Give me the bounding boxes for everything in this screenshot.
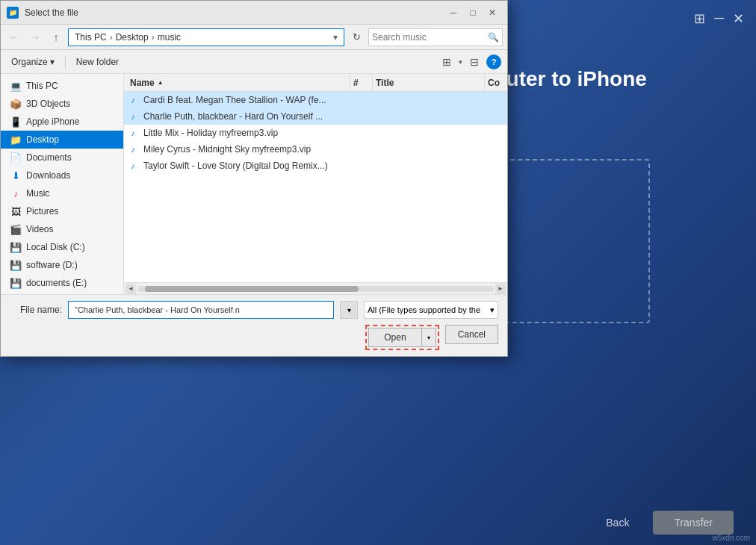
documents-icon: 📄 — [10, 152, 22, 164]
nav-item-software-d[interactable]: 💾 software (D:) — [1, 256, 123, 274]
column-name[interactable]: Name ▲ — [124, 74, 350, 91]
address-bar: ← → ↑ This PC › Desktop › music ▾ ↻ 🔍 — [1, 25, 507, 50]
transfer-button[interactable]: Transfer — [653, 511, 734, 535]
filename-dropdown-button[interactable]: ▾ — [340, 301, 358, 319]
close-icon[interactable]: ✕ — [733, 10, 744, 27]
filename-label: File name: — [10, 305, 62, 315]
scroll-left-button[interactable]: ◄ — [126, 284, 136, 294]
horizontal-scrollbar[interactable]: ◄ ► — [124, 282, 507, 294]
file-item-taylor-swift[interactable]: ♪ Taylor Swift - Love Story (Digital Dog… — [124, 158, 507, 174]
refresh-button[interactable]: ↻ — [347, 28, 365, 46]
files-header: Name ▲ # Title Co — [124, 74, 507, 92]
filetype-value: All (File types supported by the — [368, 305, 480, 314]
path-music: music — [158, 32, 181, 43]
new-folder-button[interactable]: New folder — [72, 55, 123, 69]
music-file-icon-1: ♪ — [126, 92, 140, 108]
open-dropdown-arrow: ▾ — [427, 334, 430, 341]
dialog-bottom: File name: "Charlie Puth, blackbear - Ha… — [1, 294, 507, 356]
nav-item-videos[interactable]: 🎬 Videos — [1, 220, 123, 238]
nav-label-pictures: Pictures — [26, 206, 58, 217]
nav-pane: 💻 This PC 📦 3D Objects 📱 Apple iPhone 📁 … — [1, 74, 124, 294]
nav-item-desktop[interactable]: 📁 Desktop — [1, 131, 123, 149]
column-co[interactable]: Co — [485, 74, 507, 91]
organize-dropdown-icon: ▾ — [50, 57, 55, 67]
local-disk-c-icon: 💾 — [10, 241, 22, 253]
path-sep-1: › — [110, 32, 113, 43]
nav-label-downloads: Downloads — [26, 170, 70, 181]
nav-label-documents-e: documents (E:) — [26, 278, 87, 288]
nav-label-desktop: Desktop — [26, 134, 59, 145]
help-button[interactable]: ? — [486, 54, 501, 69]
path-dropdown-arrow[interactable]: ▾ — [333, 32, 338, 43]
open-dropdown-button[interactable]: ▾ — [421, 328, 436, 347]
view-arrow: ▾ — [459, 58, 462, 66]
nav-item-downloads[interactable]: ⬇ Downloads — [1, 166, 123, 184]
filename-value: "Charlie Puth, blackbear - Hard On Yours… — [75, 305, 240, 314]
dialog-title: Select the file — [25, 7, 444, 18]
software-d-icon: 💾 — [10, 259, 22, 271]
dialog-toolbar: Organize ▾ New folder ⊞ ▾ ⊟ ? — [1, 50, 507, 74]
dialog-minimize-button[interactable]: ─ — [444, 4, 462, 22]
dialog-maximize-button[interactable]: □ — [464, 4, 482, 22]
filename-dropdown-arrow: ▾ — [347, 306, 351, 314]
file-item-cardi-b[interactable]: ♪ Cardi B feat. Megan Thee Stallion - WA… — [124, 92, 507, 108]
search-box[interactable]: 🔍 — [368, 28, 503, 46]
files-panel: Name ▲ # Title Co ♪ Cardi B feat. Megan … — [124, 74, 507, 294]
file-item-charlie-puth[interactable]: ♪ Charlie Puth, blackbear - Hard On Your… — [124, 108, 507, 125]
music-file-icon-4: ♪ — [126, 141, 140, 158]
column-title[interactable]: Title — [373, 74, 485, 91]
nav-item-this-pc[interactable]: 💻 This PC — [1, 77, 123, 95]
column-hash[interactable]: # — [350, 74, 373, 91]
pane-button[interactable]: ⊟ — [465, 53, 483, 71]
pc-icon: 💻 — [10, 80, 22, 92]
nav-label-music: Music — [26, 188, 49, 199]
nav-icons: ⊞ ─ ✕ — [694, 10, 744, 27]
filename-row: File name: "Charlie Puth, blackbear - Ha… — [10, 301, 498, 319]
grid-icon[interactable]: ⊞ — [694, 10, 705, 27]
music-file-icon-5: ♪ — [126, 158, 140, 174]
nav-item-music[interactable]: ♪ Music — [1, 184, 123, 202]
nav-label-local-disk-c: Local Disk (C:) — [26, 242, 85, 252]
pictures-icon: 🖼 — [10, 205, 22, 217]
filetype-dropdown-arrow: ▾ — [490, 305, 495, 315]
nav-item-local-disk-c[interactable]: 💾 Local Disk (C:) — [1, 238, 123, 256]
organize-button[interactable]: Organize ▾ — [7, 55, 59, 69]
nav-label-3d-objects: 3D Objects — [26, 99, 70, 109]
up-nav-button[interactable]: ↑ — [47, 28, 65, 46]
dialog-main: 💻 This PC 📦 3D Objects 📱 Apple iPhone 📁 … — [1, 74, 507, 294]
address-path[interactable]: This PC › Desktop › music ▾ — [68, 28, 344, 46]
nav-item-pictures[interactable]: 🖼 Pictures — [1, 202, 123, 220]
view-toggle-button[interactable]: ⊞ — [438, 53, 456, 71]
files-list: ♪ Cardi B feat. Megan Thee Stallion - WA… — [124, 92, 507, 282]
dialog-close-button[interactable]: ✕ — [483, 4, 501, 22]
open-button[interactable]: Open — [368, 328, 421, 347]
file-item-little-mix[interactable]: ♪ Little Mix - Holiday myfreemp3.vip — [124, 125, 507, 141]
nav-item-documents-e[interactable]: 💾 documents (E:) — [1, 274, 123, 292]
nav-label-this-pc: This PC — [26, 81, 58, 91]
back-nav-button[interactable]: ← — [5, 28, 23, 46]
buttons-row: Open ▾ Cancel — [10, 325, 498, 350]
watermark: w5xdn.com — [712, 534, 750, 542]
nav-label-apple-iphone: Apple iPhone — [26, 116, 79, 127]
file-name-taylor-swift: Taylor Swift - Love Story (Digital Dog R… — [140, 161, 350, 171]
file-item-miley-cyrus[interactable]: ♪ Miley Cyrus - Midnight Sky myfreemp3.v… — [124, 141, 507, 158]
dialog-title-bar: 📁 Select the file ─ □ ✕ — [1, 1, 507, 25]
scroll-track[interactable] — [137, 286, 494, 292]
scroll-right-button[interactable]: ► — [495, 284, 506, 294]
forward-nav-button[interactable]: → — [26, 28, 44, 46]
nav-item-documents[interactable]: 📄 Documents — [1, 149, 123, 166]
filetype-select[interactable]: All (File types supported by the ▾ — [364, 301, 498, 319]
search-input[interactable] — [372, 32, 485, 43]
cancel-button[interactable]: Cancel — [445, 325, 498, 344]
downloads-icon: ⬇ — [10, 169, 22, 181]
file-name-little-mix: Little Mix - Holiday myfreemp3.vip — [140, 128, 350, 138]
folder-icon: 📁 — [9, 9, 17, 16]
sort-arrow-icon: ▲ — [158, 79, 164, 86]
toolbar-right: ⊞ ▾ ⊟ ? — [438, 53, 501, 71]
filename-input[interactable]: "Charlie Puth, blackbear - Hard On Yours… — [68, 301, 334, 319]
nav-item-3d-objects[interactable]: 📦 3D Objects — [1, 95, 123, 113]
minimize-icon[interactable]: ─ — [714, 10, 724, 27]
back-button[interactable]: Back — [591, 511, 644, 535]
scroll-thumb[interactable] — [145, 286, 359, 292]
nav-item-apple-iphone[interactable]: 📱 Apple iPhone — [1, 113, 123, 131]
